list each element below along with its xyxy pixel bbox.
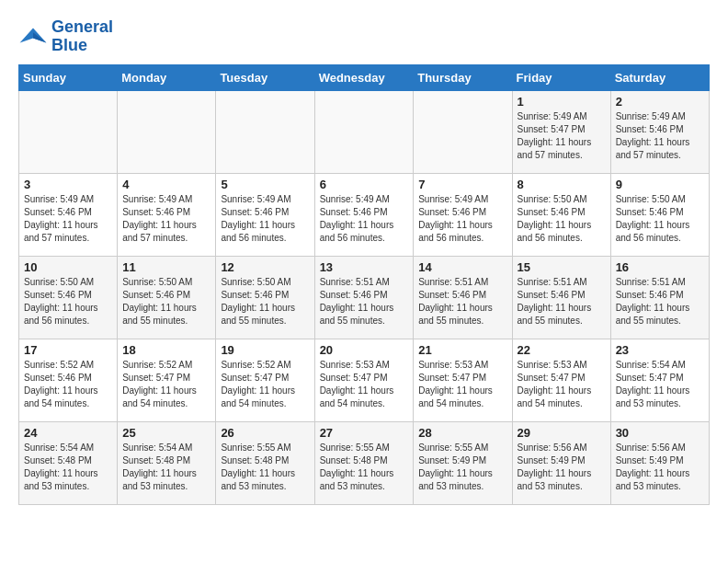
day-info: Sunrise: 5:49 AMSunset: 5:46 PMDaylight:… [320,193,409,245]
calendar-cell: 16Sunrise: 5:51 AMSunset: 5:46 PMDayligh… [610,256,709,339]
col-header-tuesday: Tuesday [216,64,314,90]
day-info: Sunrise: 5:49 AMSunset: 5:46 PMDaylight:… [616,110,704,162]
logo: General Blue [18,18,113,55]
day-info: Sunrise: 5:53 AMSunset: 5:47 PMDaylight:… [320,359,409,410]
day-number: 13 [320,260,409,274]
day-info: Sunrise: 5:54 AMSunset: 5:47 PMDaylight:… [616,359,704,410]
calendar-cell: 24Sunrise: 5:54 AMSunset: 5:48 PMDayligh… [19,421,118,504]
calendar-cell [216,90,314,173]
calendar-cell: 14Sunrise: 5:51 AMSunset: 5:46 PMDayligh… [414,256,512,339]
day-number: 1 [518,95,606,109]
day-number: 6 [320,178,409,191]
day-info: Sunrise: 5:50 AMSunset: 5:46 PMDaylight:… [616,193,704,245]
day-info: Sunrise: 5:55 AMSunset: 5:48 PMDaylight:… [320,442,409,493]
calendar-cell [19,90,118,173]
col-header-thursday: Thursday [414,64,512,90]
col-header-wednesday: Wednesday [314,64,414,90]
calendar-week-row: 24Sunrise: 5:54 AMSunset: 5:48 PMDayligh… [19,421,710,504]
calendar-cell: 21Sunrise: 5:53 AMSunset: 5:47 PMDayligh… [414,339,512,421]
col-header-saturday: Saturday [610,64,709,90]
calendar-week-row: 17Sunrise: 5:52 AMSunset: 5:46 PMDayligh… [19,339,710,421]
day-number: 9 [616,178,704,191]
col-header-sunday: Sunday [19,64,118,90]
day-info: Sunrise: 5:52 AMSunset: 5:47 PMDaylight:… [221,359,309,410]
calendar-week-row: 3Sunrise: 5:49 AMSunset: 5:46 PMDaylight… [19,173,710,256]
calendar-cell: 8Sunrise: 5:50 AMSunset: 5:46 PMDaylight… [512,173,610,256]
day-info: Sunrise: 5:50 AMSunset: 5:46 PMDaylight:… [122,276,210,327]
calendar-cell: 23Sunrise: 5:54 AMSunset: 5:47 PMDayligh… [610,339,709,421]
day-info: Sunrise: 5:55 AMSunset: 5:48 PMDaylight:… [221,442,309,493]
calendar-cell: 29Sunrise: 5:56 AMSunset: 5:49 PMDayligh… [512,421,610,504]
day-number: 11 [122,260,210,274]
day-info: Sunrise: 5:51 AMSunset: 5:46 PMDaylight:… [616,276,704,327]
day-info: Sunrise: 5:54 AMSunset: 5:48 PMDaylight:… [24,442,112,493]
calendar-week-row: 10Sunrise: 5:50 AMSunset: 5:46 PMDayligh… [19,256,710,339]
calendar-cell: 30Sunrise: 5:56 AMSunset: 5:49 PMDayligh… [610,421,709,504]
calendar-table: SundayMondayTuesdayWednesdayThursdayFrid… [18,64,710,505]
day-number: 3 [24,178,112,191]
logo-text: General Blue [51,18,113,55]
day-info: Sunrise: 5:51 AMSunset: 5:46 PMDaylight:… [320,276,409,327]
calendar-cell: 18Sunrise: 5:52 AMSunset: 5:47 PMDayligh… [118,339,216,421]
calendar-cell [118,90,216,173]
day-info: Sunrise: 5:53 AMSunset: 5:47 PMDaylight:… [418,359,506,410]
day-info: Sunrise: 5:49 AMSunset: 5:46 PMDaylight:… [122,193,210,245]
calendar-cell: 27Sunrise: 5:55 AMSunset: 5:48 PMDayligh… [314,421,414,504]
calendar-cell: 4Sunrise: 5:49 AMSunset: 5:46 PMDaylight… [118,173,216,256]
calendar-week-row: 1Sunrise: 5:49 AMSunset: 5:47 PMDaylight… [19,90,710,173]
col-header-monday: Monday [118,64,216,90]
calendar-cell: 6Sunrise: 5:49 AMSunset: 5:46 PMDaylight… [314,173,414,256]
day-info: Sunrise: 5:50 AMSunset: 5:46 PMDaylight:… [24,276,112,327]
day-info: Sunrise: 5:52 AMSunset: 5:46 PMDaylight:… [24,359,112,410]
day-number: 2 [616,95,704,109]
day-number: 14 [418,260,506,274]
day-number: 4 [122,178,210,191]
day-number: 18 [122,343,210,357]
calendar-cell: 17Sunrise: 5:52 AMSunset: 5:46 PMDayligh… [19,339,118,421]
calendar-cell: 25Sunrise: 5:54 AMSunset: 5:48 PMDayligh… [118,421,216,504]
calendar-cell: 13Sunrise: 5:51 AMSunset: 5:46 PMDayligh… [314,256,414,339]
calendar-cell: 20Sunrise: 5:53 AMSunset: 5:47 PMDayligh… [314,339,414,421]
day-info: Sunrise: 5:51 AMSunset: 5:46 PMDaylight:… [518,276,606,327]
calendar-cell: 15Sunrise: 5:51 AMSunset: 5:46 PMDayligh… [512,256,610,339]
day-number: 23 [616,343,704,357]
calendar-cell: 11Sunrise: 5:50 AMSunset: 5:46 PMDayligh… [118,256,216,339]
calendar-cell: 19Sunrise: 5:52 AMSunset: 5:47 PMDayligh… [216,339,314,421]
day-number: 8 [518,178,606,191]
day-number: 25 [122,426,210,440]
day-number: 16 [616,260,704,274]
day-info: Sunrise: 5:50 AMSunset: 5:46 PMDaylight:… [221,276,309,327]
day-number: 7 [418,178,506,191]
logo-icon [18,22,48,52]
day-info: Sunrise: 5:55 AMSunset: 5:49 PMDaylight:… [418,442,506,493]
day-number: 22 [518,343,606,357]
day-info: Sunrise: 5:49 AMSunset: 5:46 PMDaylight:… [24,193,112,245]
calendar-cell: 3Sunrise: 5:49 AMSunset: 5:46 PMDaylight… [19,173,118,256]
day-number: 28 [418,426,506,440]
calendar-cell: 10Sunrise: 5:50 AMSunset: 5:46 PMDayligh… [19,256,118,339]
calendar-cell: 7Sunrise: 5:49 AMSunset: 5:46 PMDaylight… [414,173,512,256]
calendar-cell: 9Sunrise: 5:50 AMSunset: 5:46 PMDaylight… [610,173,709,256]
calendar-cell: 22Sunrise: 5:53 AMSunset: 5:47 PMDayligh… [512,339,610,421]
col-header-friday: Friday [512,64,610,90]
calendar-cell [414,90,512,173]
day-info: Sunrise: 5:52 AMSunset: 5:47 PMDaylight:… [122,359,210,410]
day-info: Sunrise: 5:56 AMSunset: 5:49 PMDaylight:… [616,442,704,493]
day-number: 29 [518,426,606,440]
calendar-cell: 28Sunrise: 5:55 AMSunset: 5:49 PMDayligh… [414,421,512,504]
day-number: 19 [221,343,309,357]
day-info: Sunrise: 5:56 AMSunset: 5:49 PMDaylight:… [518,442,606,493]
day-number: 17 [24,343,112,357]
day-info: Sunrise: 5:51 AMSunset: 5:46 PMDaylight:… [418,276,506,327]
day-number: 30 [616,426,704,440]
calendar-header-row: SundayMondayTuesdayWednesdayThursdayFrid… [19,64,710,90]
day-number: 27 [320,426,409,440]
calendar-cell: 12Sunrise: 5:50 AMSunset: 5:46 PMDayligh… [216,256,314,339]
day-info: Sunrise: 5:50 AMSunset: 5:46 PMDaylight:… [518,193,606,245]
page-header: General Blue [18,18,710,55]
day-number: 21 [418,343,506,357]
day-number: 5 [221,178,309,191]
day-info: Sunrise: 5:49 AMSunset: 5:47 PMDaylight:… [518,110,606,162]
day-info: Sunrise: 5:49 AMSunset: 5:46 PMDaylight:… [418,193,506,245]
calendar-cell: 5Sunrise: 5:49 AMSunset: 5:46 PMDaylight… [216,173,314,256]
